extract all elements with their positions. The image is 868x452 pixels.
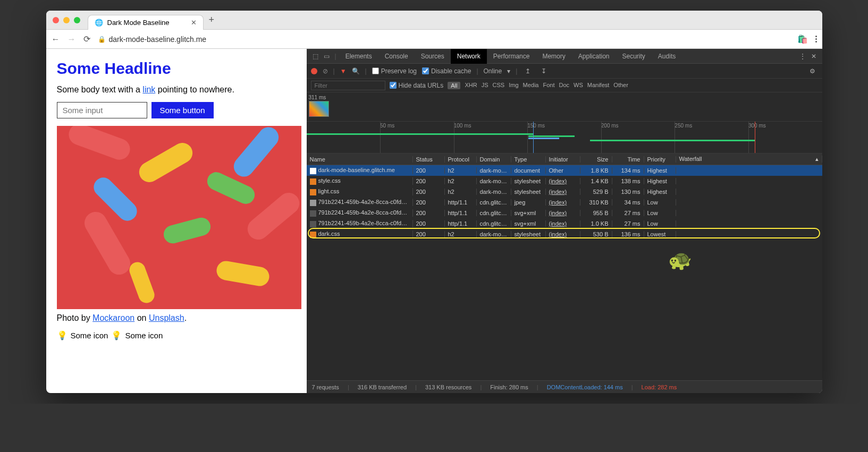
filter-toggle-icon[interactable]: ▼ — [340, 67, 347, 75]
devtools-tab-sources[interactable]: Sources — [415, 49, 451, 64]
filter-chip-xhr[interactable]: XHR — [465, 82, 477, 89]
filmstrip-thumb — [309, 101, 329, 117]
status-dcl: DOMContentLoaded: 144 ms — [547, 384, 623, 390]
devtools-tab-console[interactable]: Console — [378, 49, 415, 64]
filter-chip-doc[interactable]: Doc — [559, 82, 569, 89]
throttle-select[interactable]: Online ▾ — [484, 67, 511, 75]
filter-chip-font[interactable]: Font — [543, 82, 554, 89]
network-row[interactable]: light.css200h2dark-mo…stylesheet(index)5… — [307, 186, 822, 197]
minimize-window-button[interactable] — [63, 17, 70, 23]
devtools-tab-memory[interactable]: Memory — [536, 49, 571, 64]
bulb-icon: 💡 — [57, 330, 68, 340]
network-toolbar: ⊘ | ▼ 🔍 | Preserve log Disable cache | O… — [307, 64, 822, 79]
photo-credit: Photo by Mockaroon on Unsplash. — [57, 313, 296, 323]
col-initiator[interactable]: Initiator — [546, 156, 580, 163]
table-header: Name Status Protocol Domain Type Initiat… — [307, 153, 822, 165]
page-button[interactable]: Some button — [151, 102, 214, 118]
filter-chip-js[interactable]: JS — [482, 82, 488, 89]
record-button[interactable] — [311, 68, 317, 74]
col-type[interactable]: Type — [511, 156, 546, 163]
url-text: dark-mode-baseline.glitch.me — [109, 35, 207, 44]
devtools-close-icon[interactable]: ✕ — [808, 53, 819, 60]
tab-title: Dark Mode Baseline — [107, 19, 170, 27]
filter-row: Hide data URLs AllXHRJSCSSImgMediaFontDo… — [307, 79, 822, 92]
filter-chip-all[interactable]: All — [448, 82, 460, 89]
url-area[interactable]: 🔒 dark-mode-baseline.glitch.me — [98, 35, 790, 44]
filter-chip-manifest[interactable]: Manifest — [587, 82, 610, 89]
page-body: Some body text with a link pointing to n… — [57, 85, 296, 95]
status-requests: 7 requests — [312, 384, 339, 390]
search-icon[interactable]: 🔍 — [352, 67, 360, 75]
col-size[interactable]: Size — [580, 156, 612, 163]
network-table: Name Status Protocol Domain Type Initiat… — [307, 153, 822, 380]
page-content: Some Headline Some body text with a link… — [46, 49, 307, 393]
devtools-tab-security[interactable]: Security — [616, 49, 652, 64]
titlebar: 🌐 Dark Mode Baseline ✕ + — [46, 11, 822, 30]
preserve-log-checkbox[interactable]: Preserve log — [372, 67, 417, 75]
devtools-menu-icon[interactable]: ⋮ — [797, 53, 808, 60]
filter-chip-ws[interactable]: WS — [574, 82, 583, 89]
status-resources: 313 KB resources — [425, 384, 471, 390]
devtools-tab-elements[interactable]: Elements — [339, 49, 378, 64]
page-image — [57, 126, 301, 309]
maximize-window-button[interactable] — [74, 17, 80, 23]
network-row[interactable]: 791b2241-459b-4a2e-8cca-c0fdc2…200http/1… — [307, 208, 822, 218]
forward-button[interactable]: → — [68, 35, 76, 44]
network-row[interactable]: 791b2241-459b-4a2e-8cca-c0fdc2…200http/1… — [307, 197, 822, 208]
filter-input[interactable] — [311, 81, 385, 90]
col-protocol[interactable]: Protocol — [445, 156, 477, 163]
devtools-tab-network[interactable]: Network — [451, 49, 487, 64]
disable-cache-checkbox[interactable]: Disable cache — [422, 67, 471, 75]
photo-author-link[interactable]: Mockaroon — [92, 313, 134, 322]
devtools-panel: ⬚ ▭ | ElementsConsoleSourcesNetworkPerfo… — [307, 49, 822, 393]
download-icon[interactable]: ↧ — [538, 67, 549, 75]
timeline-overview[interactable]: 50 ms100 ms150 ms200 ms250 ms300 ms — [307, 122, 822, 153]
status-finish: Finish: 280 ms — [490, 384, 528, 390]
upload-icon[interactable]: ↥ — [523, 67, 533, 75]
network-row[interactable]: dark.css200h2dark-mo…stylesheet(index)53… — [307, 229, 822, 240]
devtools-tab-audits[interactable]: Audits — [652, 49, 682, 64]
status-bar: 7 requests | 316 KB transferred | 313 KB… — [307, 380, 822, 393]
browser-menu-button[interactable] — [815, 36, 817, 42]
device-icon[interactable]: ▭ — [321, 53, 332, 60]
network-row[interactable]: dark-mode-baseline.glitch.me200h2dark-mo… — [307, 165, 822, 176]
timeline-filmstrip[interactable]: 311 ms — [307, 92, 822, 122]
hide-data-urls-checkbox[interactable]: Hide data URLs — [390, 82, 444, 89]
bulb-icon: 💡 — [111, 330, 122, 340]
new-tab-button[interactable]: + — [209, 14, 215, 25]
turtle-emoji: 🐢 — [668, 249, 692, 271]
clear-icon[interactable]: ⊘ — [323, 67, 328, 75]
browser-window: 🌐 Dark Mode Baseline ✕ + ← → ⟳ 🔒 dark-mo… — [46, 11, 822, 393]
page-headline: Some Headline — [57, 59, 296, 78]
col-status[interactable]: Status — [413, 156, 445, 163]
col-waterfall[interactable]: Waterfall ▴ — [676, 156, 822, 163]
back-button[interactable]: ← — [52, 35, 60, 44]
filter-chip-img[interactable]: Img — [509, 82, 518, 89]
traffic-lights — [53, 17, 80, 23]
devtools-tab-application[interactable]: Application — [572, 49, 616, 64]
filter-chip-other[interactable]: Other — [613, 82, 628, 89]
devtools-tab-performance[interactable]: Performance — [487, 49, 536, 64]
filter-chip-css[interactable]: CSS — [493, 82, 505, 89]
photo-source-link[interactable]: Unsplash — [149, 313, 184, 322]
browser-tab[interactable]: 🌐 Dark Mode Baseline ✕ — [88, 15, 204, 30]
page-input[interactable] — [57, 102, 147, 118]
network-row[interactable]: style.css200h2dark-mo…stylesheet(index)1… — [307, 176, 822, 186]
col-name[interactable]: Name — [307, 156, 413, 163]
col-priority[interactable]: Priority — [644, 156, 676, 163]
reload-button[interactable]: ⟳ — [83, 34, 90, 44]
body-link[interactable]: link — [142, 85, 155, 94]
col-time[interactable]: Time — [612, 156, 644, 163]
status-transferred: 316 KB transferred — [358, 384, 407, 390]
status-load: Load: 282 ms — [642, 384, 677, 390]
lock-icon: 🔒 — [98, 36, 106, 43]
settings-icon[interactable]: ⚙ — [807, 67, 818, 75]
network-row[interactable]: 791b2241-459b-4a2e-8cca-c0fdc2…200http/1… — [307, 218, 822, 229]
tab-close-icon[interactable]: ✕ — [191, 19, 197, 27]
filter-chip-media[interactable]: Media — [523, 82, 539, 89]
inspect-icon[interactable]: ⬚ — [310, 53, 321, 60]
close-window-button[interactable] — [53, 17, 59, 23]
col-domain[interactable]: Domain — [477, 156, 511, 163]
devtools-tabs: ⬚ ▭ | ElementsConsoleSourcesNetworkPerfo… — [307, 49, 822, 64]
extension-icon[interactable]: 🛍️ — [797, 34, 808, 44]
